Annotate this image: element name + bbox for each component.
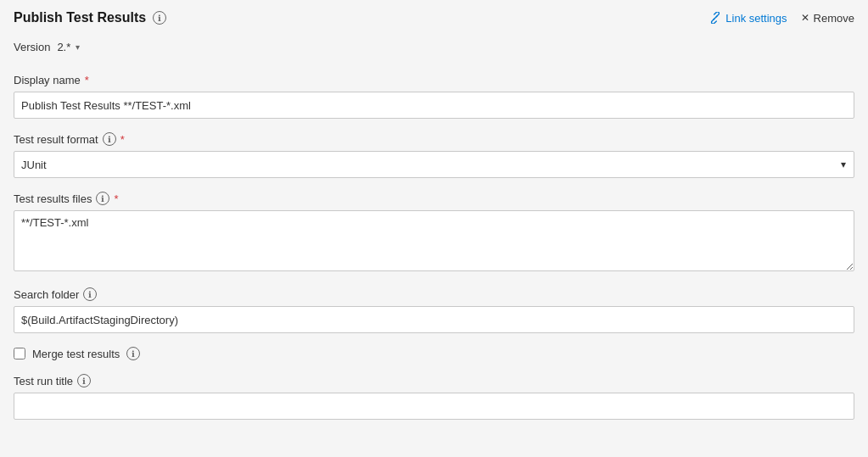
test-results-files-label-text: Test results files xyxy=(14,192,92,205)
remove-button[interactable]: ✕ Remove xyxy=(801,12,854,25)
test-result-format-select-wrapper: JUnit NUnit VSTest xUnit CTest ▾ xyxy=(14,151,854,178)
test-run-title-info-icon[interactable]: ℹ xyxy=(77,374,91,387)
display-name-input[interactable] xyxy=(14,92,854,119)
page-title: Publish Test Results xyxy=(14,10,146,25)
version-chevron-icon: ▾ xyxy=(76,42,80,52)
test-run-title-group: Test run title ℹ xyxy=(14,374,854,420)
test-result-format-label: Test result format ℹ * xyxy=(14,132,854,146)
test-results-files-label: Test results files ℹ * xyxy=(14,192,854,205)
test-run-title-input[interactable] xyxy=(14,393,854,420)
display-name-group: Display name * xyxy=(14,74,854,119)
merge-test-results-checkbox[interactable] xyxy=(14,348,25,359)
search-folder-label-text: Search folder xyxy=(14,288,79,301)
test-results-files-required: * xyxy=(114,192,118,205)
merge-test-results-row: Merge test results ℹ xyxy=(14,347,854,360)
search-folder-group: Search folder ℹ xyxy=(14,287,854,333)
display-name-label: Display name * xyxy=(14,74,854,86)
title-info-icon[interactable]: ℹ xyxy=(153,11,166,25)
search-folder-info-icon[interactable]: ℹ xyxy=(83,287,97,301)
test-result-format-required: * xyxy=(120,133,125,146)
merge-test-results-label: Merge test results xyxy=(32,348,120,360)
link-settings-button[interactable]: Link settings xyxy=(709,12,787,25)
test-result-format-select[interactable]: JUnit NUnit VSTest xUnit CTest xyxy=(14,151,854,178)
test-result-format-info-icon[interactable]: ℹ xyxy=(103,132,116,146)
version-select[interactable]: 2.* ▾ xyxy=(57,41,80,53)
test-results-files-group: Test results files ℹ * **/TEST-*.xml xyxy=(14,192,854,274)
version-value: 2.* xyxy=(57,41,70,53)
test-result-format-label-text: Test result format xyxy=(14,133,98,146)
merge-test-results-info-icon[interactable]: ℹ xyxy=(126,347,140,360)
display-name-required: * xyxy=(85,74,89,86)
test-result-format-group: Test result format ℹ * JUnit NUnit VSTes… xyxy=(14,132,854,178)
header: Publish Test Results ℹ Link settings ✕ R… xyxy=(14,10,854,25)
search-folder-label: Search folder ℹ xyxy=(14,287,854,301)
link-settings-label: Link settings xyxy=(725,12,787,25)
display-name-label-text: Display name xyxy=(14,74,81,86)
test-run-title-label-text: Test run title xyxy=(14,375,73,387)
remove-icon: ✕ xyxy=(801,12,809,24)
search-folder-input[interactable] xyxy=(14,306,854,333)
test-run-title-label: Test run title ℹ xyxy=(14,374,854,387)
main-container: Publish Test Results ℹ Link settings ✕ R… xyxy=(0,0,868,457)
remove-label: Remove xyxy=(814,12,854,25)
header-actions: Link settings ✕ Remove xyxy=(709,12,854,25)
test-results-files-textarea[interactable]: **/TEST-*.xml xyxy=(14,210,854,271)
link-icon xyxy=(709,12,721,24)
header-left: Publish Test Results ℹ xyxy=(14,10,166,25)
version-row: Version 2.* ▾ xyxy=(14,41,854,53)
version-label: Version xyxy=(14,41,50,53)
test-results-files-info-icon[interactable]: ℹ xyxy=(96,192,109,205)
